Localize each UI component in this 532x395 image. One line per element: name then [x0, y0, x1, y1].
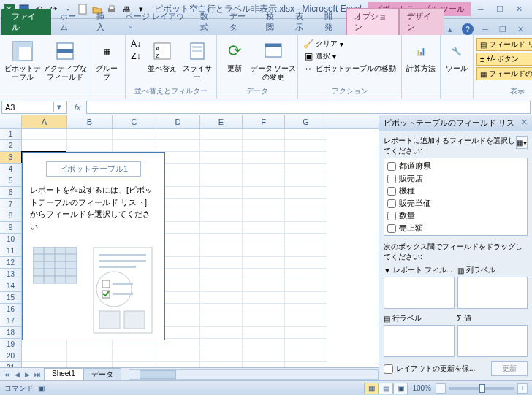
row-header[interactable]: 14: [0, 280, 22, 292]
cell[interactable]: [200, 269, 243, 280]
zoom-in-button[interactable]: +: [517, 383, 528, 394]
cell[interactable]: [200, 257, 243, 269]
cell[interactable]: [200, 234, 243, 245]
move-button[interactable]: ↔ピボットテーブルの移動: [301, 63, 398, 74]
cell[interactable]: [200, 152, 243, 164]
cell[interactable]: [113, 129, 156, 140]
cell[interactable]: [200, 292, 243, 304]
sheet-nav-prev-icon[interactable]: ◀: [12, 369, 22, 380]
pivot-field-item[interactable]: 販売単価: [386, 197, 525, 210]
help-icon[interactable]: ?: [462, 23, 474, 35]
update-button[interactable]: 更新: [491, 361, 528, 376]
cell[interactable]: [285, 245, 327, 257]
row-header[interactable]: 16: [0, 304, 22, 315]
field-checkbox[interactable]: [387, 224, 396, 233]
cell[interactable]: [200, 164, 243, 175]
cell[interactable]: [200, 339, 243, 350]
row-header[interactable]: 6: [0, 187, 22, 199]
pivot-field-list[interactable]: 都道府県販売店機種販売単価数量売上額: [384, 158, 528, 236]
cell[interactable]: [285, 129, 327, 140]
cell[interactable]: [243, 327, 285, 339]
cell[interactable]: [243, 304, 285, 315]
cell[interactable]: [243, 362, 285, 367]
cell[interactable]: [243, 222, 285, 234]
row-header[interactable]: 1: [0, 129, 22, 140]
defer-layout-checkbox[interactable]: [384, 364, 393, 374]
ribbon-minimize-icon[interactable]: ▴: [444, 23, 456, 35]
cell[interactable]: [285, 339, 327, 350]
cell[interactable]: [156, 339, 200, 350]
cell[interactable]: [243, 245, 285, 257]
cell[interactable]: [67, 140, 113, 152]
row-header[interactable]: 12: [0, 257, 22, 269]
zoom-thumb[interactable]: [479, 384, 485, 393]
change-source-button[interactable]: データ ソース の変更: [252, 38, 294, 83]
row-header[interactable]: 20: [0, 350, 22, 362]
cell[interactable]: [285, 257, 327, 269]
wb-restore-icon[interactable]: ❐: [497, 23, 509, 35]
cell[interactable]: [285, 187, 327, 199]
row-header[interactable]: 18: [0, 327, 22, 339]
cell[interactable]: [67, 350, 113, 362]
cell[interactable]: [285, 152, 327, 164]
cell[interactable]: [22, 140, 67, 152]
row-header[interactable]: 3: [0, 152, 22, 164]
field-checkbox[interactable]: [387, 162, 396, 171]
cell[interactable]: [22, 339, 67, 350]
pivot-field-item[interactable]: 機種: [386, 185, 525, 197]
cell[interactable]: [243, 292, 285, 304]
sheet-tab[interactable]: データ: [83, 368, 121, 380]
cell[interactable]: [243, 129, 285, 140]
row-header[interactable]: 4: [0, 164, 22, 175]
cell[interactable]: [200, 362, 243, 367]
cell[interactable]: [200, 210, 243, 222]
cell[interactable]: [285, 199, 327, 210]
cell[interactable]: [22, 129, 67, 140]
col-labels-zone[interactable]: [457, 277, 528, 309]
tab-review[interactable]: 校閲: [259, 9, 288, 35]
pivot-field-item[interactable]: 都道府県: [386, 160, 525, 172]
cell[interactable]: [113, 362, 156, 367]
close-icon[interactable]: ✕: [513, 4, 525, 15]
worksheet-grid[interactable]: ABCDEFG 12345678910111213141516171819202…: [0, 115, 379, 367]
cell[interactable]: [285, 140, 327, 152]
cell[interactable]: [243, 234, 285, 245]
field-checkbox[interactable]: [387, 199, 396, 208]
name-box-dropdown-icon[interactable]: ▾: [53, 102, 64, 112]
cell[interactable]: [67, 129, 113, 140]
view-page-layout-button[interactable]: ▤: [379, 383, 393, 394]
tab-data[interactable]: データ: [222, 9, 259, 35]
cell[interactable]: [243, 280, 285, 292]
macro-record-icon[interactable]: ▣: [38, 384, 45, 392]
maximize-icon[interactable]: ☐: [494, 4, 506, 15]
col-header[interactable]: E: [200, 115, 243, 128]
row-header[interactable]: 7: [0, 199, 22, 210]
field-checkbox[interactable]: [387, 212, 396, 220]
cell[interactable]: [22, 350, 67, 362]
refresh-button[interactable]: ⟳ 更新: [220, 38, 249, 74]
cell[interactable]: [200, 315, 243, 327]
sheet-nav-last-icon[interactable]: ⏭: [32, 369, 42, 380]
name-box[interactable]: A3 ▾: [1, 101, 67, 114]
cell[interactable]: [113, 350, 156, 362]
row-header[interactable]: 10: [0, 234, 22, 245]
cell[interactable]: [243, 199, 285, 210]
cell[interactable]: [285, 292, 327, 304]
row-header[interactable]: 9: [0, 222, 22, 234]
col-header[interactable]: G: [285, 115, 327, 128]
cell[interactable]: [200, 187, 243, 199]
pivot-field-item[interactable]: 販売店: [386, 172, 525, 185]
sheet-nav-next-icon[interactable]: ▶: [22, 369, 32, 380]
calc-button[interactable]: 📊 計算方法: [405, 38, 437, 74]
cell[interactable]: [243, 257, 285, 269]
row-labels-zone[interactable]: [384, 325, 455, 357]
cell[interactable]: [285, 315, 327, 327]
col-header[interactable]: F: [243, 115, 285, 128]
cell[interactable]: [243, 210, 285, 222]
cell[interactable]: [285, 222, 327, 234]
field-pane-close-icon[interactable]: ✕: [521, 118, 528, 129]
row-header[interactable]: 5: [0, 175, 22, 187]
col-header[interactable]: C: [113, 115, 156, 128]
pm-buttons-toggle[interactable]: ±+/- ボタン: [476, 53, 532, 66]
tab-home[interactable]: ホーム: [53, 9, 89, 35]
